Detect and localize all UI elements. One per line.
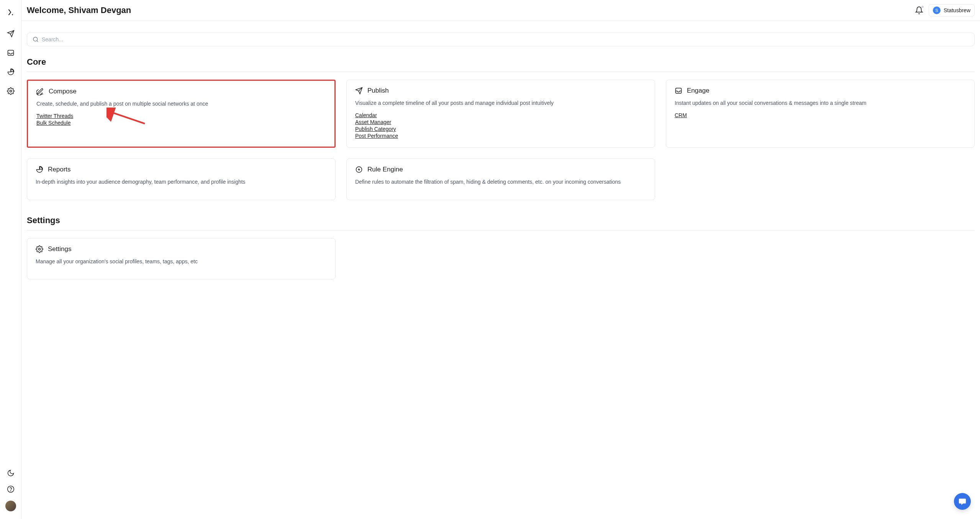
search-icon [33,36,39,42]
divider [27,230,975,230]
header: Welcome, Shivam Devgan S Statusbrew [21,0,980,21]
search-input[interactable] [42,36,969,42]
svg-point-0 [12,14,13,15]
svg-point-6 [36,90,42,95]
card-engage[interactable]: Engage Instant updates on all your socia… [666,80,975,148]
engage-card-icon [675,87,682,95]
link-asset-manager[interactable]: Asset Manager [355,119,391,125]
engage-icon[interactable] [6,48,15,57]
reports-card-icon [36,166,43,173]
publish-icon[interactable] [6,29,15,38]
svg-point-5 [33,37,38,41]
card-title: Publish [367,87,389,95]
card-settings[interactable]: Settings Manage all your organization's … [27,238,336,279]
theme-icon[interactable] [6,468,15,478]
card-desc: Manage all your organization's social pr… [36,258,327,265]
card-title: Compose [49,88,77,95]
section-title-settings: Settings [27,215,975,225]
link-calendar[interactable]: Calendar [355,112,377,118]
svg-point-10 [39,248,41,250]
link-bulk-schedule[interactable]: Bulk Schedule [36,120,71,126]
divider [27,72,975,72]
rule-engine-icon [355,166,363,173]
search-bar[interactable] [27,33,975,46]
card-desc: Visualize a complete timeline of all you… [355,99,646,107]
notifications-button[interactable] [915,6,923,15]
notification-dot [921,5,924,8]
card-desc: In-depth insights into your audience dem… [36,178,327,186]
card-desc: Create, schedule, and publish a post on … [36,100,326,108]
card-title: Engage [687,87,710,95]
card-compose[interactable]: Compose Create, schedule, and publish a … [27,80,336,148]
reports-icon[interactable] [6,67,15,77]
link-publish-category[interactable]: Publish Category [355,126,396,132]
org-name: Statusbrew [944,7,970,13]
chat-fab[interactable] [954,493,971,510]
card-rule-engine[interactable]: Rule Engine Define rules to automate the… [346,158,655,200]
main: Welcome, Shivam Devgan S Statusbrew [21,0,980,519]
logo[interactable] [5,7,16,18]
svg-point-3 [7,486,14,493]
link-crm[interactable]: CRM [675,112,687,118]
svg-point-2 [10,90,11,92]
card-reports[interactable]: Reports In-depth insights into your audi… [27,158,336,200]
card-desc: Instant updates on all your social conve… [675,99,966,107]
card-desc: Define rules to automate the filtration … [355,178,646,186]
card-title: Settings [48,245,71,253]
org-avatar: S [933,7,941,14]
compose-icon [36,88,44,95]
link-twitter-threads[interactable]: Twitter Threads [36,113,73,119]
card-title: Rule Engine [367,166,403,173]
svg-rect-8 [676,88,682,93]
help-icon[interactable] [6,485,15,494]
user-avatar[interactable] [5,501,16,511]
svg-point-4 [10,491,11,491]
link-post-performance[interactable]: Post Performance [355,133,398,139]
card-publish[interactable]: Publish Visualize a complete timeline of… [346,80,655,148]
svg-rect-1 [8,50,13,55]
sidebar [0,0,21,519]
org-switcher[interactable]: S Statusbrew [929,4,975,16]
chat-icon [958,497,967,506]
settings-icon[interactable] [6,86,15,96]
section-title-core: Core [27,57,975,67]
settings-card-icon [36,245,43,253]
card-title: Reports [48,166,71,173]
page-title: Welcome, Shivam Devgan [27,5,131,15]
publish-card-icon [355,87,363,95]
